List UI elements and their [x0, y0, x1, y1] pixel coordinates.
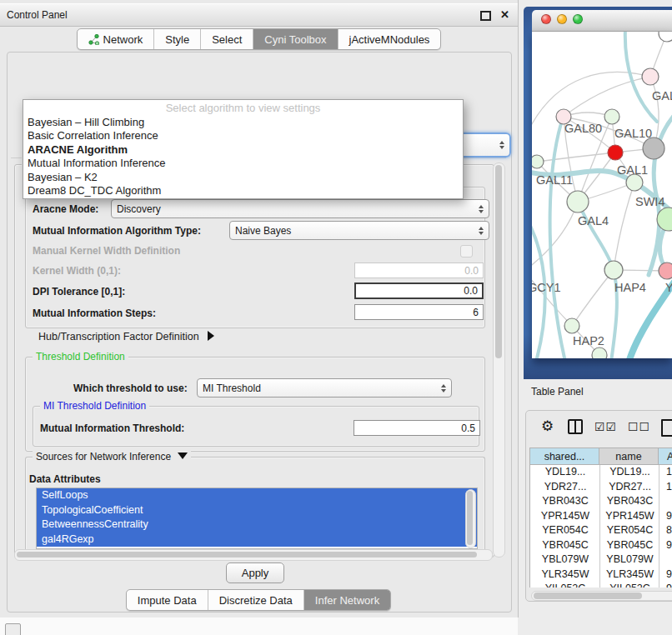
table-cell: YBR043C	[530, 494, 600, 509]
network-node-gal10[interactable]	[643, 138, 664, 159]
column-header-a[interactable]: A	[659, 448, 672, 465]
settings-hscrollbar-thumb[interactable]	[17, 552, 477, 558]
threshold-definition-title: Threshold Definition	[33, 350, 128, 363]
network-node-hap4[interactable]	[604, 261, 623, 279]
close-icon[interactable]: ✕	[500, 8, 509, 21]
table-row[interactable]: YBL079WYBL079W	[530, 552, 672, 568]
tab-network[interactable]: Network	[78, 29, 154, 49]
bottom-tab-infer-network[interactable]: Infer Network	[303, 590, 390, 610]
algorithm-option-aracne-algorithm[interactable]: ARACNE Algorithm	[23, 143, 463, 157]
network-node-gal11[interactable]	[532, 155, 544, 168]
combo-arrows-icon	[441, 384, 446, 392]
table-row[interactable]: YDL19...YDL19...13	[530, 465, 672, 480]
node-label-gcy1: GCY1	[532, 281, 561, 294]
manual-kernel-width-checkbox[interactable]	[460, 245, 473, 258]
zoom-traffic-light[interactable]	[573, 14, 583, 24]
network-node-hap2[interactable]	[564, 318, 579, 333]
table-cell: YBR045C	[530, 538, 600, 553]
control-panel-tabbar: NetworkStyleSelectCyni ToolboxjActiveMNo…	[0, 28, 518, 50]
which-threshold-combo[interactable]: MI Threshold	[197, 378, 452, 398]
table-row[interactable]: YER054CYER054C8.	[530, 523, 672, 538]
algorithm-option-mutual-information-inference[interactable]: Mutual Information Inference	[23, 157, 463, 170]
cyni-toolbox-panel: gal-filtered sif default node Cyni Algor…	[7, 52, 512, 612]
table-panel: ⚙ ☑☑ ☐☐ shared...nameA YDL19...YDL19...1…	[525, 410, 672, 602]
network-node-gal4[interactable]	[567, 191, 589, 212]
tab-cyni-toolbox[interactable]: Cyni Toolbox	[253, 29, 337, 49]
algorithm-prompt: Select algorithm to view settings	[23, 100, 463, 116]
settings-scrollbar[interactable]	[493, 162, 505, 558]
document-icon[interactable]	[661, 419, 672, 437]
table-cell: YBR043C	[600, 494, 659, 509]
bottom-strip	[0, 618, 518, 635]
table-hscrollbar[interactable]	[531, 591, 672, 601]
network-node-gal1[interactable]	[626, 174, 643, 191]
aracne-mode-combo[interactable]: Discovery	[111, 199, 489, 218]
algorithm-option-bayesian-k2[interactable]: Bayesian – K2	[23, 171, 463, 184]
settings-hscrollbar[interactable]	[14, 549, 493, 561]
unchecked-columns-icon[interactable]: ☐☐	[628, 419, 650, 434]
algorithm-option-dream8-dc-tdc-algorithm[interactable]: Dream8 DC_TDC Algorithm	[23, 184, 463, 198]
network-window-titlebar[interactable]	[532, 10, 672, 32]
table-row[interactable]: YDR27...YDR27...12	[530, 480, 672, 495]
tab-label: Style	[165, 33, 189, 46]
node-label-swi4: SWI4	[635, 195, 664, 208]
table-row[interactable]: YBR045CYBR045C9.	[530, 538, 672, 553]
network-node-y[interactable]	[659, 262, 672, 279]
table-row[interactable]: YPR145WYPR145W9.	[530, 509, 672, 524]
settings-scrollbar-thumb[interactable]	[495, 165, 502, 358]
apply-button[interactable]: Apply	[226, 562, 284, 583]
column-header-name[interactable]: name	[599, 448, 659, 465]
sources-title[interactable]: Sources for Network Inference	[33, 450, 191, 463]
bottom-tab-discretize-data[interactable]: Discretize Data	[208, 590, 303, 610]
column-divider	[659, 465, 659, 588]
collapsed-panel-button[interactable]	[5, 623, 21, 635]
split-columns-icon[interactable]	[568, 419, 583, 434]
hub-definition-toggle[interactable]: Hub/Transcription Factor Definition	[38, 328, 214, 345]
combo-arrows-icon	[479, 227, 484, 235]
node-label-y: Y	[665, 281, 672, 294]
algorithm-option-bayesian-hill-climbing[interactable]: Bayesian – Hill Climbing	[23, 116, 463, 129]
mi-steps-field[interactable]: 6	[354, 304, 484, 320]
node-label-gal: GAL	[652, 89, 672, 102]
kernel-width-field[interactable]: 0.0	[354, 262, 484, 278]
table-body[interactable]: YDL19...YDL19...13YDR27...YDR27...12YBR0…	[529, 465, 672, 588]
network-icon	[88, 34, 99, 45]
network-node[interactable]	[608, 145, 623, 160]
list-scrollbar[interactable]	[465, 489, 476, 548]
algorithm-definition-group: Algorithm Definition Aracne Mode: Discov…	[25, 187, 485, 328]
network-canvas[interactable]: GALGAL80GAL10GAL11GAL1SWI4GAL4GCY1HAP4YH…	[532, 32, 672, 358]
attribute-item-topologicalcoefficient[interactable]: TopologicalCoefficient	[37, 503, 477, 518]
table-cell: YDR27...	[600, 480, 659, 495]
mi-threshold-field[interactable]: 0.5	[354, 420, 480, 436]
attribute-item-selfloops[interactable]: SelfLoops	[37, 488, 477, 503]
table-row[interactable]: YLR345WYLR345W9.	[530, 568, 672, 582]
mi-algorithm-type-combo[interactable]: Naive Bayes	[229, 221, 489, 240]
table-row[interactable]: YIL052CYIL052C9	[530, 582, 672, 588]
network-node[interactable]	[592, 348, 607, 358]
tab-jactivemnodules[interactable]: jActiveMNodules	[338, 29, 441, 49]
attribute-item-gal4rgexp[interactable]: gal4RGexp	[37, 532, 477, 548]
close-traffic-light[interactable]	[541, 14, 551, 24]
table-hscrollbar-thumb[interactable]	[534, 592, 642, 599]
column-header-shared[interactable]: shared...	[529, 448, 599, 465]
network-node[interactable]	[659, 32, 672, 42]
algorithm-option-basic-correlation-inference[interactable]: Basic Correlation Inference	[23, 129, 463, 142]
network-node-gal[interactable]	[642, 68, 659, 85]
float-window-icon[interactable]	[480, 11, 491, 21]
dpi-tolerance-field[interactable]: 0.0	[354, 282, 484, 299]
data-attributes-list[interactable]: SelfLoopsTopologicalCoefficientBetweenne…	[36, 488, 478, 549]
bottom-tab-impute-data[interactable]: Impute Data	[127, 590, 208, 610]
gear-icon[interactable]: ⚙	[541, 419, 554, 434]
column-divider	[599, 465, 600, 588]
combo-arrows-icon	[479, 205, 484, 213]
table-cell: 9.	[659, 538, 672, 553]
minimize-traffic-light[interactable]	[557, 14, 567, 24]
checked-columns-icon[interactable]: ☑☑	[594, 419, 617, 434]
control-panel-title: Control Panel	[7, 4, 68, 26]
table-cell	[659, 494, 672, 509]
tab-style[interactable]: Style	[153, 29, 200, 49]
network-node[interactable]	[604, 109, 619, 124]
table-row[interactable]: YBR043CYBR043C	[530, 494, 672, 509]
attribute-item-betweennesscentrality[interactable]: BetweennessCentrality	[37, 518, 477, 532]
tab-select[interactable]: Select	[200, 29, 253, 49]
